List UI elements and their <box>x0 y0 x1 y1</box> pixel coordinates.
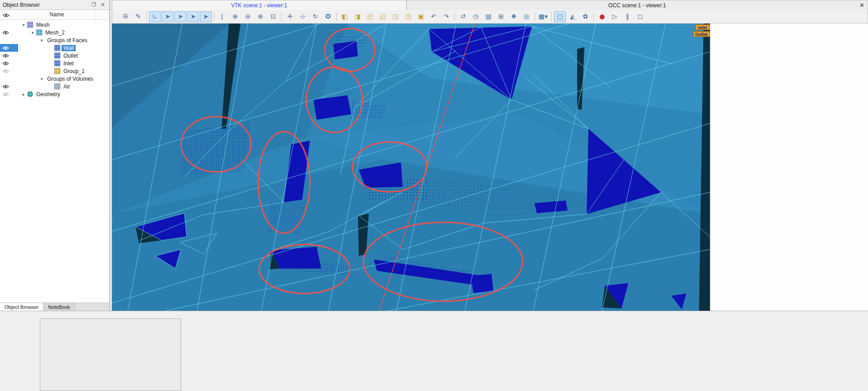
expander-open-icon[interactable]: ▾ <box>29 30 36 35</box>
selection-point-button[interactable]: ➤ <box>174 11 186 22</box>
tree-row-mesh-2[interactable]: ▾Mesh_2 <box>0 29 109 36</box>
occ-viewer-tab[interactable]: OCC scene:1 - viewer:1 ✕ <box>406 0 868 10</box>
scalar-bar-button[interactable]: ▤ <box>482 11 494 22</box>
occ-viewport[interactable] <box>710 24 868 311</box>
visibility-eye-icon[interactable] <box>0 83 18 90</box>
close-panel-button[interactable]: ✕ <box>99 2 106 8</box>
facegroup-icon <box>54 60 60 66</box>
visibility-eye-icon[interactable] <box>0 52 18 59</box>
view-axes-button[interactable]: ⌊ <box>217 11 228 22</box>
close-viewer-button[interactable]: ✕ <box>859 2 864 9</box>
dump-view-button[interactable]: ✇ <box>120 11 131 22</box>
show-trihedron-button[interactable]: ∟ <box>149 11 161 22</box>
expander-open-icon[interactable]: ▾ <box>38 38 45 43</box>
tree-row-air[interactable]: Air <box>0 83 109 90</box>
tree-item-label[interactable]: Inlet <box>62 60 76 67</box>
fit-area-button[interactable]: ⊡ <box>267 11 279 22</box>
fit-all-button[interactable]: ⊛ <box>255 11 266 22</box>
mesh-scene: Inlet Outlet <box>112 24 710 311</box>
toolbar-separator <box>214 12 214 21</box>
name-column-header[interactable]: Name <box>18 11 96 18</box>
panning-button[interactable]: ✛ <box>284 11 296 22</box>
tree-header-row: Name <box>0 10 109 20</box>
preselection-button[interactable]: ➤ <box>162 11 174 22</box>
mesh-root-icon <box>27 22 33 28</box>
tree-item-label[interactable]: Mesh <box>34 22 51 28</box>
float-panel-button[interactable]: ❐ <box>90 2 97 8</box>
top-view-button[interactable]: ◰ <box>364 11 376 22</box>
tree-item-label[interactable]: Air <box>62 83 72 90</box>
right-view-button[interactable]: ◳ <box>402 11 414 22</box>
tree-row-geometry[interactable]: ▸Geometry <box>0 90 109 98</box>
object-browser-titlebar: Object Browser ❐ ✕ <box>0 0 109 10</box>
interaction-style-button[interactable]: ✎ <box>132 11 144 22</box>
tree-item-label[interactable]: Group_1 <box>62 68 87 74</box>
indent-spacer <box>18 55 47 56</box>
tree-item-label[interactable]: Groups of Faces <box>45 37 89 44</box>
application-window: Object Browser ❐ ✕ Name ▾Mesh▾Mesh_2▾Gro… <box>0 0 868 391</box>
tree-item-label[interactable]: Mesh_2 <box>43 29 67 36</box>
tree-row-group-1[interactable]: Group_1 <box>0 67 109 75</box>
selection-face-button[interactable]: ➤ <box>200 11 212 22</box>
tree-item-label[interactable]: Outlet <box>62 53 80 59</box>
graduated-axes-button[interactable]: ⊞ <box>495 11 507 22</box>
tree-row-outlet[interactable]: Outlet <box>0 52 109 59</box>
tree-row-mesh[interactable]: ▾Mesh <box>0 21 109 29</box>
reset-view-button[interactable]: ↺ <box>457 11 469 22</box>
pause-button[interactable]: ∥ <box>622 11 633 22</box>
visibility-eye-icon[interactable] <box>0 90 18 98</box>
tree-row-groups-of-faces[interactable]: ▾Groups of Faces <box>0 36 109 44</box>
visibility-column-eye-icon[interactable] <box>3 13 10 19</box>
shrink-mode-button[interactable]: ◭ <box>567 11 579 22</box>
front-view-button[interactable]: ◧ <box>339 11 351 22</box>
shading-mode-button[interactable]: ▢ <box>554 11 566 22</box>
dock-tab-notebook[interactable]: NoteBook <box>43 303 75 311</box>
isometric-view-button[interactable]: ▣ <box>415 11 427 22</box>
expander-closed-icon[interactable]: ▸ <box>20 92 27 97</box>
toolbar-separator <box>336 12 337 21</box>
visibility-eye-icon[interactable] <box>0 59 18 67</box>
rotate-ccw-button[interactable]: ↶ <box>428 11 439 22</box>
dock-tab-object-browser[interactable]: Object Browser <box>0 303 43 311</box>
tree-item-label[interactable]: Wall <box>62 45 76 51</box>
facegroup-icon <box>54 45 60 51</box>
expander-open-icon[interactable]: ▾ <box>38 77 45 81</box>
visibility-eye-icon[interactable] <box>0 44 18 52</box>
rotation-button[interactable]: ↻ <box>309 11 321 22</box>
expander-open-icon[interactable]: ▾ <box>20 23 27 27</box>
tree-item-label[interactable]: Geometry <box>34 91 62 98</box>
play-button[interactable]: ▷ <box>609 11 621 22</box>
selection-edge-button[interactable]: ➤ <box>187 11 199 22</box>
change-rotation-point-button[interactable]: ✪ <box>322 11 334 22</box>
vtk-viewport[interactable]: Inlet Outlet <box>112 24 710 311</box>
tree-item-label[interactable]: Groups of Volumes <box>45 76 95 82</box>
tree-row-groups-of-volumes[interactable]: ▾Groups of Volumes <box>0 75 109 83</box>
bottom-view-button[interactable]: ◱ <box>377 11 389 22</box>
object-browser-panel: Object Browser ❐ ✕ Name ▾Mesh▾Mesh_2▾Gro… <box>0 0 110 311</box>
toolbar-separator <box>593 12 594 21</box>
zoom-in-button[interactable]: ⊕ <box>229 11 241 22</box>
object-browser-title: Object Browser <box>3 2 88 8</box>
record-button[interactable]: ● <box>596 11 608 22</box>
selection-mode-dropdown[interactable]: ▦▾ <box>537 11 549 22</box>
stop-button[interactable]: ◻ <box>634 11 646 22</box>
bottom-area <box>0 311 868 391</box>
stereo-view-button[interactable]: ◎ <box>521 11 532 22</box>
tree-row-inlet[interactable]: Inlet <box>0 59 109 67</box>
indent-spacer <box>18 40 38 40</box>
indent-spacer <box>18 48 47 48</box>
tree-row-wall[interactable]: Wall <box>0 44 109 52</box>
rotate-cw-button[interactable]: ↷ <box>440 11 452 22</box>
left-view-button[interactable]: ◲ <box>390 11 401 22</box>
vtk-viewer-tab[interactable]: VTK scene:1 - viewer:1 <box>112 0 406 10</box>
geom-icon <box>27 91 33 97</box>
zoom-out-button[interactable]: ⊖ <box>242 11 254 22</box>
visual-parameters-button[interactable]: ❖ <box>508 11 520 22</box>
back-view-button[interactable]: ◨ <box>352 11 363 22</box>
update-rate-button[interactable]: ◷ <box>470 11 482 22</box>
global-panning-button[interactable]: ⊹ <box>297 11 309 22</box>
visibility-eye-icon[interactable] <box>0 29 18 36</box>
mesh-icon <box>36 29 42 35</box>
visibility-eye-icon[interactable] <box>0 67 18 75</box>
coloring-button[interactable]: ✿ <box>579 11 591 22</box>
